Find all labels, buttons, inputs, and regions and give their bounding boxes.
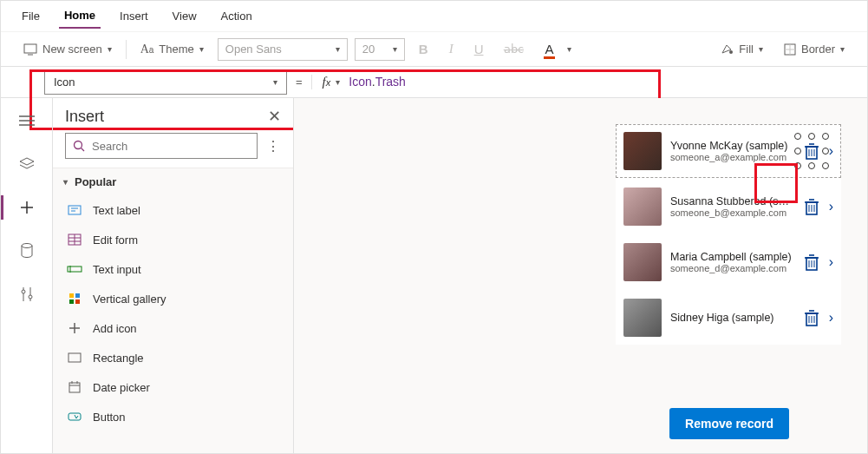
formula-bar: Icon ▾ = fx ▾ Icon.Trash — [1, 67, 867, 98]
row-email: someone_b@example.com — [670, 207, 794, 218]
row-name: Susanna Stubberod (sample) — [670, 195, 794, 207]
svg-rect-26 — [68, 266, 82, 272]
gallery-control[interactable]: Yvonne McKay (sample)someone_a@example.c… — [616, 124, 841, 345]
formula-input[interactable]: Icon.Trash — [349, 75, 406, 89]
avatar — [623, 132, 662, 170]
insert-item-vertical-gallery[interactable]: Vertical gallery — [53, 284, 293, 313]
property-dropdown[interactable]: Icon ▾ — [44, 70, 287, 95]
svg-rect-0 — [24, 44, 36, 53]
trash-icon[interactable] — [803, 141, 820, 161]
format-toolbar: New screen ▾ Aa Theme ▾ Open Sans ▾ 20 ▾… — [1, 32, 867, 67]
font-size: 20 — [362, 43, 375, 56]
gallery-row[interactable]: Maria Campbell (sample)someone_d@example… — [616, 235, 841, 289]
svg-point-2 — [729, 50, 733, 54]
insert-list: ▾ Popular Text label Edit form Text inpu… — [53, 168, 293, 453]
gallery-icon — [67, 291, 82, 306]
chevron-down-icon: ▾ — [336, 44, 340, 54]
avatar — [623, 299, 662, 337]
menu-home[interactable]: Home — [59, 3, 101, 29]
insert-item-label: Add icon — [93, 322, 137, 335]
close-icon[interactable]: ✕ — [268, 107, 281, 126]
menu-file[interactable]: File — [16, 4, 45, 28]
svg-rect-34 — [69, 353, 81, 362]
chevron-right-icon[interactable]: › — [829, 310, 833, 326]
rail-data[interactable] — [11, 235, 42, 266]
chevron-down-icon: ▾ — [759, 44, 763, 54]
trash-icon[interactable] — [803, 308, 820, 327]
insert-item-label: Text input — [93, 263, 141, 276]
chevron-down-icon: ▾ — [108, 44, 112, 54]
chevron-down-icon: ▾ — [199, 44, 204, 54]
menu-action[interactable]: Action — [216, 4, 258, 28]
font-select[interactable]: Open Sans ▾ — [218, 38, 348, 61]
insert-item-label: Text label — [93, 204, 140, 217]
insert-item-label: Edit form — [93, 234, 138, 247]
rail-settings[interactable] — [11, 279, 42, 310]
chevron-down-icon: ▾ — [63, 177, 68, 187]
new-screen-label: New screen — [42, 43, 102, 56]
property-label: Icon — [54, 76, 75, 89]
insert-item-text-label[interactable]: Text label — [53, 195, 293, 225]
fontsize-select[interactable]: 20 ▾ — [355, 38, 405, 61]
insert-item-label: Button — [93, 411, 126, 424]
rail-hamburger[interactable] — [11, 105, 42, 136]
left-rail — [1, 98, 53, 453]
insert-item-add-icon[interactable]: Add icon — [53, 313, 293, 343]
search-box[interactable] — [65, 133, 258, 159]
fill-button[interactable]: Fill ▾ — [713, 39, 770, 59]
insert-item-edit-form[interactable]: Edit form — [53, 225, 293, 254]
trash-icon[interactable] — [803, 253, 820, 272]
remove-record-button[interactable]: Remove record — [669, 408, 789, 439]
formula-token-member: Trash — [375, 75, 406, 89]
text-input-icon — [67, 261, 82, 277]
chevron-down-icon: ▾ — [840, 44, 845, 54]
chevron-right-icon[interactable]: › — [829, 254, 833, 270]
bold-button[interactable]: B — [412, 38, 435, 60]
trash-icon[interactable] — [803, 197, 820, 216]
svg-rect-19 — [69, 206, 81, 214]
fx-icon[interactable]: fx — [311, 75, 336, 89]
rail-tree[interactable] — [11, 148, 42, 180]
selection-handles — [798, 136, 826, 166]
add-icon-icon — [67, 320, 82, 336]
strike-button[interactable]: a̶b̶c̶ — [497, 39, 531, 59]
search-icon — [73, 140, 85, 152]
svg-point-17 — [75, 141, 82, 149]
chevron-down-icon[interactable]: ▾ — [336, 77, 349, 87]
theme-button[interactable]: Aa Theme ▾ — [134, 39, 211, 60]
chevron-right-icon[interactable]: › — [829, 143, 833, 159]
fill-icon — [720, 43, 734, 56]
svg-point-16 — [29, 295, 32, 299]
border-button[interactable]: Border ▾ — [777, 39, 852, 59]
edit-form-icon — [67, 232, 82, 247]
row-email: someone_a@example.com — [670, 152, 794, 162]
category-header[interactable]: ▾ Popular — [53, 168, 293, 195]
menu-view[interactable]: View — [167, 4, 202, 28]
more-icon[interactable]: ⋮ — [266, 138, 281, 155]
gallery-row[interactable]: Sidney Higa (sample) › — [616, 291, 841, 345]
rail-insert[interactable] — [11, 192, 42, 223]
underline-button[interactable]: U — [467, 38, 491, 60]
plus-icon — [19, 200, 35, 215]
insert-item-label: Vertical gallery — [93, 293, 166, 306]
rectangle-icon — [67, 350, 82, 365]
gallery-row[interactable]: Yvonne McKay (sample)someone_a@example.c… — [616, 124, 841, 178]
svg-rect-39 — [69, 413, 81, 420]
app-canvas[interactable]: Yvonne McKay (sample)someone_a@example.c… — [294, 98, 867, 453]
fontcolor-button[interactable]: A ▾ — [538, 38, 578, 60]
insert-item-button[interactable]: Button — [53, 402, 293, 431]
svg-marker-9 — [20, 158, 34, 165]
new-screen-button[interactable]: New screen ▾ — [16, 39, 119, 59]
menu-insert[interactable]: Insert — [114, 4, 153, 28]
button-icon — [67, 409, 82, 424]
insert-item-date-picker[interactable]: Date picker — [53, 372, 293, 402]
theme-label: Theme — [159, 43, 193, 56]
search-input[interactable] — [92, 140, 250, 153]
gallery-row[interactable]: Susanna Stubberod (sample)someone_b@exam… — [616, 180, 841, 234]
chevron-right-icon[interactable]: › — [829, 199, 833, 214]
insert-item-text-input[interactable]: Text input — [53, 254, 293, 284]
insert-item-label: Date picker — [93, 381, 150, 394]
chevron-down-icon: ▾ — [567, 44, 571, 54]
insert-item-rectangle[interactable]: Rectangle — [53, 343, 293, 372]
italic-button[interactable]: I — [442, 38, 460, 60]
